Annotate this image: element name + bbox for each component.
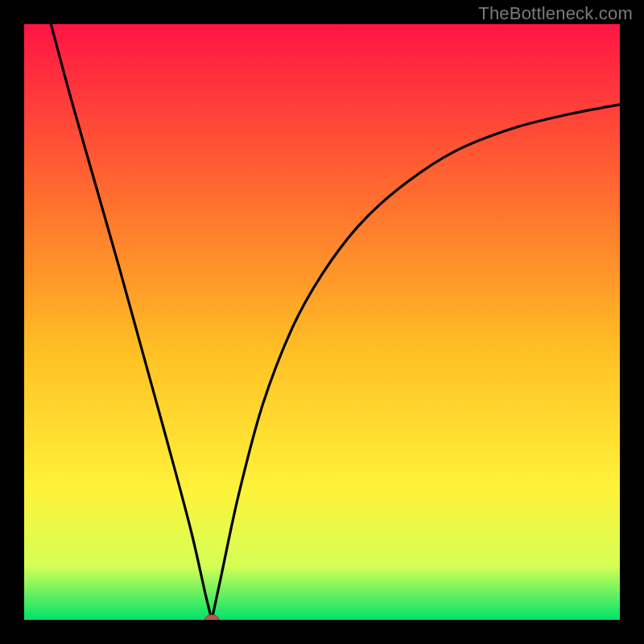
gradient-background xyxy=(24,24,620,620)
bottleneck-curve-chart xyxy=(24,24,620,620)
chart-frame: TheBottleneck.com xyxy=(0,0,644,644)
watermark-text: TheBottleneck.com xyxy=(478,3,633,24)
plot-area xyxy=(24,24,620,620)
